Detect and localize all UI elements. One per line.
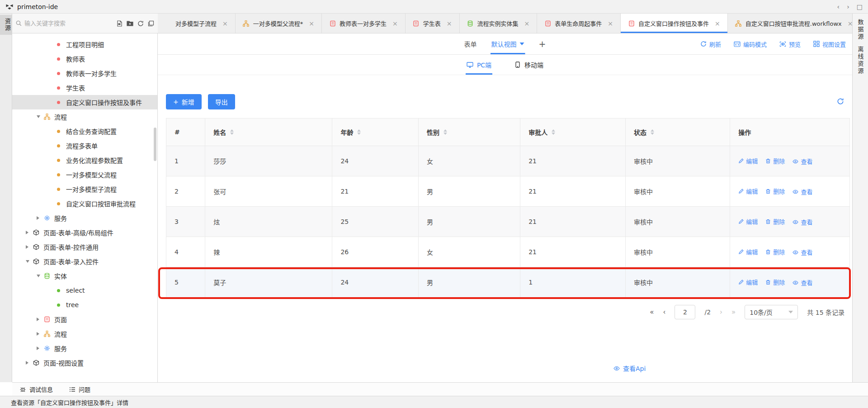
tree-item[interactable]: 教师表一对多学生 [12,66,157,81]
delete-link[interactable]: 删除 [765,187,785,195]
close-tab-icon[interactable]: × [309,20,314,27]
close-tab-icon[interactable]: × [222,20,228,27]
edit-link[interactable]: 编辑 [738,247,758,256]
edit-link[interactable]: 编辑 [738,217,758,226]
collapse-all-icon[interactable] [148,20,154,27]
view-link[interactable]: 查看 [793,278,812,287]
close-tab-icon[interactable]: × [608,20,613,27]
tree-item[interactable]: 结合业务查询配置 [12,124,157,138]
search-input[interactable] [24,20,113,27]
column-header[interactable]: 性别 [418,119,520,146]
add-view-button[interactable]: + [539,39,546,49]
editor-tab[interactable]: 一对多模型父流程* × [236,14,322,33]
view-link[interactable]: 查看 [793,187,812,196]
close-tab-icon[interactable]: × [447,20,452,27]
close-tab-icon[interactable]: × [715,20,720,27]
column-header[interactable]: 操作 [730,119,850,146]
add-button[interactable]: + 新增 [166,94,202,109]
tree-item[interactable]: 学生表 [12,81,157,95]
tree-arrow-icon[interactable] [37,216,43,220]
close-tab-icon[interactable]: × [392,20,398,27]
debug-info-tab[interactable]: 调试信息 [19,385,53,394]
edit-link[interactable]: 编辑 [738,157,758,165]
tree-item[interactable]: 页面 [12,312,157,327]
view-api-link[interactable]: 查看Api [613,364,646,373]
tree-arrow-icon[interactable] [26,361,32,365]
tree-arrow-icon[interactable] [37,346,43,350]
tree-item[interactable]: tree [12,298,157,312]
right-dock-tab[interactable]: 数据源 [856,19,865,41]
new-folder-icon[interactable] [127,20,133,26]
tree-item[interactable]: 页面-表单-高级/布局组件 [12,225,157,240]
tree-arrow-icon[interactable] [26,260,32,263]
sort-caret-icon[interactable] [651,129,654,135]
sort-caret-icon[interactable] [552,129,555,135]
nav-back-icon[interactable]: ‹ [837,3,840,10]
tree-item[interactable]: 教师表 [12,52,157,66]
tree-item[interactable]: 页面-表单-录入控件 [12,254,157,269]
editor-tab[interactable]: 学生表 × [406,14,460,33]
tree-arrow-icon[interactable] [26,231,32,234]
editor-tab[interactable]: 流程实例实体集 × [460,14,538,33]
delete-link[interactable]: 删除 [765,157,785,165]
column-header[interactable]: # [166,119,205,146]
tree-item[interactable]: select [12,283,157,298]
tree-item[interactable]: 业务化流程参数配置 [12,153,157,167]
refresh-button[interactable]: 刷新 [700,40,721,48]
current-page-input[interactable]: 2 [675,305,695,319]
tree-item[interactable]: 自定义窗口操作按钮及事件 [12,95,157,109]
sort-caret-icon[interactable] [443,129,447,135]
problems-tab[interactable]: 问题 [69,385,90,394]
prev-page-button[interactable]: ‹ [663,308,665,316]
column-header[interactable]: 年龄 [332,119,419,146]
next-page-button[interactable]: › [720,308,722,316]
preview-button[interactable]: 预览 [779,40,801,48]
tree-arrow-icon[interactable] [37,318,43,321]
column-header[interactable]: 状态 [626,119,730,146]
editor-tab[interactable]: 表单生命周起事件 × [537,14,621,33]
form-tab[interactable]: 表单 [464,39,477,48]
close-tab-icon[interactable]: × [524,20,530,27]
edit-link[interactable]: 编辑 [738,187,758,195]
column-header[interactable]: 姓名 [205,119,332,146]
editor-tab[interactable]: 对多模型子流程 × [158,14,236,33]
code-mode-button[interactable]: 编码模式 [734,40,767,48]
tree-item[interactable]: 工程项目明细 [12,37,157,52]
edit-link[interactable]: 编辑 [738,278,758,286]
editor-tab[interactable]: 自定义窗口操作按钮及事件 × [621,14,728,33]
page-size-select[interactable]: 10条/页 [745,305,798,319]
tree-arrow-icon[interactable] [26,245,32,249]
sort-caret-icon[interactable] [230,129,234,135]
view-settings-button[interactable]: 视图设置 [813,40,846,48]
delete-link[interactable]: 删除 [765,247,785,256]
table-row[interactable]: 5 莫子 24 男 1 审核中 编辑 删除 [166,267,850,298]
view-link[interactable]: 查看 [793,218,812,226]
grid-refresh-icon[interactable] [837,98,844,105]
sidebar-scrollbar[interactable] [154,128,156,161]
tree-item[interactable]: 流程 [12,327,157,341]
tree-item[interactable]: 流程 [12,109,157,124]
tree-item[interactable]: 自定义窗口按钮审批流程 [12,196,157,211]
refresh-tree-icon[interactable] [137,20,144,27]
nav-forward-icon[interactable]: › [847,3,849,10]
close-tab-icon[interactable]: × [848,20,852,27]
table-row[interactable]: 4 辣 26 女 21 审核中 编辑 删除 [166,237,850,267]
import-file-icon[interactable] [116,20,123,27]
first-page-button[interactable]: « [650,308,654,316]
tree-item[interactable]: 流程多表单 [12,138,157,153]
column-header[interactable]: 审批人 [520,119,626,146]
export-button[interactable]: 导出 [208,94,235,109]
delete-link[interactable]: 删除 [765,278,785,286]
editor-tab[interactable]: 自定义窗口按钮审批流程.workflowx × [728,14,852,33]
tree-item[interactable]: 一对多模型父流程 [12,167,157,182]
tree-item[interactable]: 页面-表单-控件通用 [12,240,157,254]
tree-item[interactable]: 页面-视图设置 [12,356,157,370]
view-link[interactable]: 查看 [793,157,812,166]
tree-arrow-icon[interactable] [37,275,43,277]
device-tab[interactable]: PC端 [466,55,492,75]
tree-item[interactable]: 服务 [12,211,157,225]
window-restore-icon[interactable]: □ [857,3,863,10]
table-row[interactable]: 2 张可 21 男 21 审核中 编辑 删除 [166,176,850,207]
search-box[interactable] [16,20,113,27]
view-link[interactable]: 查看 [793,248,812,256]
